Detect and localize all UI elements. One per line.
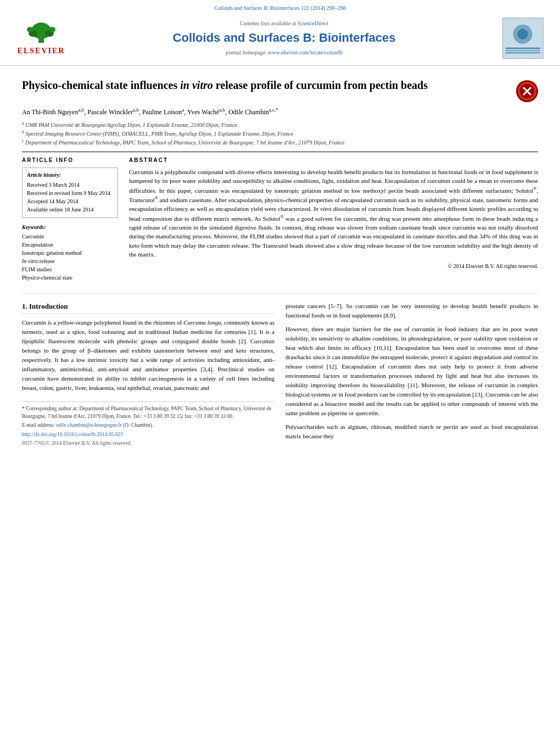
sciencedirect-label: Contents lists available at ScienceDirec… <box>66 20 502 27</box>
journal-homepage-link[interactable]: www.elsevier.com/locate/colsurfb <box>268 49 343 55</box>
article-info-abstract: ARTICLE INFO Article history: Received 3… <box>22 157 538 282</box>
available-date: Available online 18 June 2014 <box>27 206 113 214</box>
intro-left-text: Curcumin is a yellow-orange polyphenol f… <box>22 318 275 393</box>
article-body: Physico-chemical state influences in vit… <box>0 66 560 288</box>
elsevier-logo: ELSEVIER <box>16 20 66 57</box>
keyword-flim: FLIM studies <box>22 266 118 274</box>
received-revised-date: Received in revised form 9 May 2014 <box>27 189 113 197</box>
svg-point-4 <box>27 27 33 32</box>
affiliation-c: c Department of Pharmaceutical Technolog… <box>22 138 538 147</box>
intro-left-col: 1. Introduction Curcumin is a yellow-ora… <box>22 302 275 447</box>
abstract-text: Curcumin is a polyphenolic compound with… <box>129 168 538 259</box>
journal-center: Contents lists available at ScienceDirec… <box>66 20 502 57</box>
svg-rect-9 <box>506 48 540 49</box>
keywords-title: Keywords: <box>22 224 118 231</box>
divider <box>22 152 538 152</box>
intro-right-text: prostate cancers [5–7]. So curcumin can … <box>285 302 538 442</box>
footnote-section: * Corresponding author at: Department of… <box>22 401 275 447</box>
keyword-ionotropic: Ionotropic gelation method <box>22 249 118 257</box>
journal-header: Colloids and Surfaces B: Biointerfaces 1… <box>0 0 560 66</box>
email-note: E-mail address: odile.chambin@u-bourgogn… <box>22 422 275 429</box>
issn-line: 0927-7765/© 2014 Elsevier B.V. All right… <box>22 440 275 447</box>
svg-rect-11 <box>506 52 540 53</box>
keyword-physicochemical: Physico-chemical state <box>22 274 118 282</box>
svg-point-8 <box>517 29 528 39</box>
journal-reference: Colloids and Surfaces B: Biointerfaces 1… <box>11 4 549 12</box>
intro-right-col: prostate cancers [5–7]. So curcumin can … <box>285 302 538 447</box>
affiliation-a: a UMR PAM Université de Bourgogne/AgroSu… <box>22 120 538 129</box>
affiliations: a UMR PAM Université de Bourgogne/AgroSu… <box>22 120 538 147</box>
keywords-box: Keywords: Curcumin Encapsulation Ionotro… <box>22 224 118 282</box>
corresponding-author-note: * Corresponding author at: Department of… <box>22 405 275 420</box>
page: Colloids and Surfaces B: Biointerfaces 1… <box>0 0 560 742</box>
svg-text:Cover: Cover <box>519 55 526 58</box>
article-info-col: ARTICLE INFO Article history: Received 3… <box>22 157 118 282</box>
journal-cover-image: Cover <box>502 18 544 59</box>
abstract-col: ABSTRACT Curcumin is a polyphenolic comp… <box>129 157 538 282</box>
elsevier-tree-icon <box>25 20 58 44</box>
abstract-heading: ABSTRACT <box>129 157 538 164</box>
article-title: Physico-chemical state influences in vit… <box>22 78 511 92</box>
doi-link[interactable]: http://dx.doi.org/10.1016/j.colsurfb.201… <box>22 431 275 438</box>
received-date: Received 3 March 2014 <box>27 181 113 189</box>
svg-rect-10 <box>506 50 540 51</box>
journal-title: Colloids and Surfaces B: Biointerfaces <box>66 30 502 47</box>
authors-line: An Thi-Binh Nguyena,b, Pascale Wincklera… <box>22 107 538 117</box>
article-history-box: Article history: Received 3 March 2014 R… <box>22 168 118 218</box>
keyword-invitro: In vitro release <box>22 258 118 265</box>
keyword-encapsulation: Encapsulation <box>22 241 118 249</box>
journal-homepage: journal homepage: www.elsevier.com/locat… <box>66 49 502 57</box>
accepted-date: Accepted 14 May 2014 <box>27 198 113 205</box>
crossmark-badge[interactable] <box>516 80 538 102</box>
email-link[interactable]: odile.chambin@u-bourgogne.fr <box>56 422 122 428</box>
elsevier-text: ELSEVIER <box>18 46 65 57</box>
section-divider <box>22 293 538 294</box>
copyright-line: © 2014 Elsevier B.V. All rights reserved… <box>129 263 538 270</box>
article-info-heading: ARTICLE INFO <box>22 157 118 164</box>
svg-point-5 <box>49 27 55 32</box>
article-title-section: Physico-chemical state influences in vit… <box>22 78 538 102</box>
sciencedirect-link[interactable]: ScienceDirect <box>298 20 328 26</box>
intro-section-title: 1. Introduction <box>22 302 275 314</box>
keyword-curcumin: Curcumin <box>22 233 118 241</box>
affiliation-b: b Spectral Imaging Resource Center (PIMS… <box>22 129 538 138</box>
article-history-title: Article history: <box>27 171 113 179</box>
introduction-section: 1. Introduction Curcumin is a yellow-ora… <box>0 302 560 447</box>
